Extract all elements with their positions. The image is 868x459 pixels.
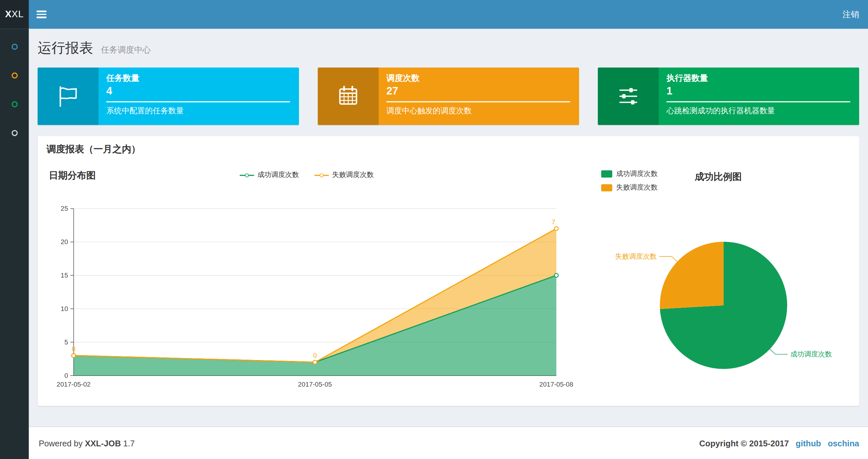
info-box-content: 执行器数量 1 心跳检测成功的执行器机器数量 <box>659 67 859 125</box>
svg-text:5: 5 <box>64 338 68 346</box>
info-box-label: 任务数量 <box>106 73 290 84</box>
hamburger-icon <box>36 11 46 18</box>
svg-text:2017-05-02: 2017-05-02 <box>57 381 91 388</box>
flag-icon <box>38 67 98 125</box>
calendar-icon <box>318 67 378 125</box>
top-navbar: XXL 注销 <box>0 0 868 29</box>
svg-text:7: 7 <box>552 218 555 226</box>
sliders-icon <box>598 67 658 125</box>
sidebar-item-4[interactable] <box>0 119 29 147</box>
info-box-number: 27 <box>386 85 570 97</box>
svg-text:25: 25 <box>61 204 68 212</box>
info-box-content: 任务数量 4 系统中配置的任务数量 <box>98 67 299 125</box>
info-box-row: 任务数量 4 系统中配置的任务数量 调度次数 27 调度中心触发的调度次数 <box>38 67 859 125</box>
svg-text:0: 0 <box>64 372 68 379</box>
line-chart-svg: 05101520252017-05-022017-05-052017-05-08… <box>46 166 587 393</box>
github-link[interactable]: github <box>796 438 821 448</box>
info-box-progress <box>106 101 290 102</box>
info-box-progress <box>666 101 850 102</box>
logo-rest-text: XL <box>12 9 24 20</box>
info-box-description: 系统中配置的任务数量 <box>106 106 290 116</box>
page: XXL 注销 运行报表 任务调度中心 任务数量 <box>0 0 868 459</box>
info-box-number: 4 <box>106 85 290 97</box>
svg-text:2017-05-05: 2017-05-05 <box>298 381 332 388</box>
product-name: XXL-JOB <box>85 438 121 448</box>
footer: Powered by XXL-JOB 1.7 Copyright © 2015-… <box>29 427 868 459</box>
info-box-number: 1 <box>666 85 850 97</box>
copyright-text: Copyright © 2015-2017 github oschina <box>700 438 859 448</box>
svg-text:0: 0 <box>313 352 317 359</box>
info-box-label: 调度次数 <box>386 73 570 84</box>
svg-text:10: 10 <box>61 305 68 312</box>
info-box-content: 调度次数 27 调度中心触发的调度次数 <box>379 67 579 125</box>
circle-icon <box>11 101 18 107</box>
content-header: 运行报表 任务调度中心 <box>38 39 151 57</box>
info-box-executors: 执行器数量 1 心跳检测成功的执行器机器数量 <box>598 67 859 125</box>
sidebar <box>0 29 29 459</box>
circle-icon <box>11 43 18 50</box>
info-box-description: 心跳检测成功的执行器机器数量 <box>666 106 850 116</box>
sidebar-item-2[interactable] <box>0 61 29 90</box>
circle-icon <box>11 130 18 136</box>
oschina-link[interactable]: oschina <box>828 438 859 448</box>
panel-title: 调度报表（一月之内） <box>46 143 141 156</box>
info-box-triggers: 调度次数 27 调度中心触发的调度次数 <box>318 67 579 125</box>
info-box-label: 执行器数量 <box>666 73 850 84</box>
svg-text:失败调度次数: 失败调度次数 <box>615 253 657 260</box>
report-panel: 调度报表（一月之内） 日期分布图 成功调度次数 失败调度次数 051015202… <box>38 136 859 406</box>
info-box-description: 调度中心触发的调度次数 <box>386 106 570 116</box>
sidebar-item-3[interactable] <box>0 90 29 119</box>
powered-by-text: Powered by XXL-JOB 1.7 <box>39 438 135 448</box>
info-box-jobs: 任务数量 4 系统中配置的任务数量 <box>38 67 299 125</box>
circle-icon <box>11 72 18 78</box>
svg-text:2017-05-08: 2017-05-08 <box>539 381 574 388</box>
svg-text:20: 20 <box>61 238 68 245</box>
date-distribution-chart: 日期分布图 成功调度次数 失败调度次数 05101520252017-05-02… <box>46 166 587 400</box>
pie-chart-svg: 成功调度次数失败调度次数 <box>600 166 856 393</box>
page-subtitle: 任务调度中心 <box>101 45 151 54</box>
success-ratio-chart: 成功调度次数 失败调度次数 成功比例图 成功调度次数失败调度次数 <box>600 166 856 400</box>
page-title: 运行报表 <box>38 40 93 56</box>
sidebar-item-1[interactable] <box>0 32 29 61</box>
logout-link[interactable]: 注销 <box>834 0 868 29</box>
svg-text:15: 15 <box>61 271 68 279</box>
svg-text:成功调度次数: 成功调度次数 <box>790 350 832 358</box>
product-version: 1.7 <box>123 438 135 448</box>
info-box-progress <box>386 101 570 102</box>
sidebar-toggle-button[interactable] <box>29 0 54 29</box>
app-logo[interactable]: XXL <box>0 0 29 29</box>
svg-text:0: 0 <box>72 345 75 353</box>
logo-bold-text: X <box>5 9 12 20</box>
